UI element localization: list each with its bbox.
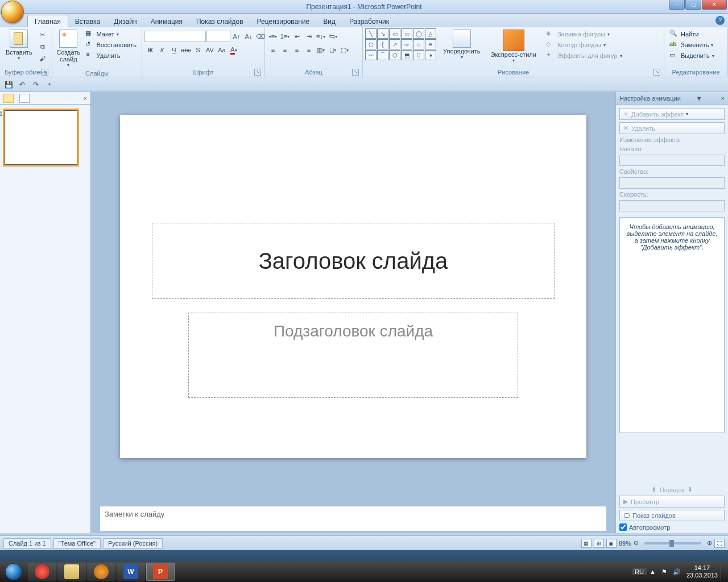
align-left-button[interactable]: ≡ xyxy=(267,44,279,56)
maximize-button[interactable]: ▢ xyxy=(685,0,701,10)
zoom-value[interactable]: 89% xyxy=(619,540,631,547)
smartart-button[interactable]: ⬚ xyxy=(339,44,350,56)
slide-thumbnail-1[interactable]: 1 xyxy=(5,110,77,165)
fit-window-button[interactable]: ⛶ xyxy=(714,539,725,548)
speed-combo[interactable] xyxy=(619,200,725,211)
office-button[interactable] xyxy=(1,1,25,23)
add-effect-button[interactable]: ✧Добавить эффект xyxy=(619,108,725,120)
tray-show-hidden[interactable]: ▲ xyxy=(647,568,659,575)
taskbar-opera[interactable] xyxy=(28,563,56,581)
font-size-combo[interactable] xyxy=(206,31,230,42)
normal-view-button[interactable]: ▦ xyxy=(581,539,592,548)
grow-font-button[interactable]: A↑ xyxy=(231,31,242,42)
taskbar-powerpoint[interactable]: P xyxy=(146,563,175,581)
tray-volume-icon[interactable]: 🔊 xyxy=(670,568,684,576)
layout-button[interactable]: ▦Макет xyxy=(84,29,138,39)
columns-button[interactable]: ▥ xyxy=(315,44,326,56)
qat-redo-button[interactable]: ↷ xyxy=(31,80,41,90)
shape-outline-button[interactable]: ◇Контур фигуры xyxy=(544,40,624,50)
numbering-button[interactable]: 1≡ xyxy=(279,31,291,42)
paste-button[interactable]: Вставить xyxy=(2,28,36,62)
font-family-combo[interactable] xyxy=(144,31,206,42)
char-spacing-button[interactable]: AV xyxy=(204,44,216,56)
tray-flag-icon[interactable]: ⚑ xyxy=(659,568,670,576)
shadow-button[interactable]: S xyxy=(192,44,204,56)
tray-clock[interactable]: 14:1723.03.2013 xyxy=(684,564,721,579)
close-button[interactable]: ✕ xyxy=(702,0,727,10)
format-painter-button[interactable]: 🖌 xyxy=(37,53,48,64)
clear-format-button[interactable]: ⌫ xyxy=(255,31,266,42)
align-right-button[interactable]: ≡ xyxy=(291,44,303,56)
preview-button[interactable]: ▶Просмотр xyxy=(619,496,725,508)
align-center-button[interactable]: ≡ xyxy=(279,44,291,56)
quick-styles-button[interactable]: Экспресс-стили xyxy=(487,28,539,64)
tab-insert[interactable]: Вставка xyxy=(68,15,107,27)
bold-button[interactable]: Ж xyxy=(144,44,156,56)
notes-pane[interactable]: Заметки к слайду xyxy=(100,506,606,531)
outline-tab[interactable] xyxy=(19,94,30,103)
title-placeholder[interactable]: Заголовок слайда xyxy=(152,223,555,299)
slides-tab[interactable] xyxy=(3,94,14,103)
zoom-slider[interactable] xyxy=(644,542,701,544)
property-combo[interactable] xyxy=(619,177,725,189)
italic-button[interactable]: К xyxy=(156,44,168,56)
tab-home[interactable]: Главная xyxy=(27,15,68,27)
qat-customize-button[interactable] xyxy=(44,80,55,90)
subtitle-placeholder[interactable]: Подзаголовок слайда xyxy=(188,313,518,398)
line-spacing-button[interactable]: ≡↕ xyxy=(315,31,326,42)
tab-view[interactable]: Вид xyxy=(316,15,342,27)
start-button[interactable] xyxy=(0,562,27,582)
autopreview-checkbox[interactable]: Автопросмотр xyxy=(619,523,725,531)
panel-close-button[interactable]: × xyxy=(84,95,87,102)
shape-fill-button[interactable]: ◈Заливка фигуры xyxy=(544,29,624,39)
minimize-button[interactable]: ─ xyxy=(669,0,685,10)
show-desktop-button[interactable] xyxy=(721,564,727,580)
font-dialog-launcher[interactable]: ↘ xyxy=(254,69,261,76)
text-direction-button[interactable]: ⭾ xyxy=(327,31,338,42)
help-button[interactable]: ? xyxy=(715,16,725,25)
paragraph-dialog-launcher[interactable]: ↘ xyxy=(352,69,359,76)
sorter-view-button[interactable]: ⊞ xyxy=(594,539,604,548)
taskbar-media[interactable] xyxy=(87,563,115,581)
justify-button[interactable]: ≡ xyxy=(303,44,315,56)
zoom-in-button[interactable]: ⊕ xyxy=(707,539,712,547)
shape-effects-button[interactable]: ✦Эффекты для фигур xyxy=(544,51,624,61)
arrange-button[interactable]: Упорядочить xyxy=(440,28,483,61)
copy-button[interactable]: ⧉ xyxy=(37,41,48,52)
new-slide-button[interactable]: Создать слайд xyxy=(55,28,82,69)
move-down-button[interactable]: ⬇ xyxy=(688,486,693,493)
change-case-button[interactable]: Aa xyxy=(216,44,228,56)
decrease-indent-button[interactable]: ⇤ xyxy=(291,31,303,42)
underline-button[interactable]: Ч xyxy=(168,44,180,56)
tab-review[interactable]: Рецензирование xyxy=(250,15,317,27)
zoom-out-button[interactable]: ⊖ xyxy=(634,539,639,547)
bullets-button[interactable]: •≡ xyxy=(267,31,279,42)
slide[interactable]: Заголовок слайда Подзаголовок слайда xyxy=(120,115,586,458)
tab-developer[interactable]: Разработчик xyxy=(342,15,396,27)
slideshow-button[interactable]: 🖵Показ слайдов xyxy=(619,510,725,521)
start-combo[interactable] xyxy=(619,155,725,166)
qat-save-button[interactable]: 💾 xyxy=(3,80,14,90)
qat-undo-button[interactable]: ↶ xyxy=(17,80,27,90)
tab-design[interactable]: Дизайн xyxy=(107,15,143,27)
replace-button[interactable]: abЗаменить xyxy=(668,40,716,50)
tray-language[interactable]: RU xyxy=(632,568,647,575)
strike-button[interactable]: abc xyxy=(180,44,192,56)
delete-slide-button[interactable]: ✕Удалить xyxy=(84,51,138,61)
find-button[interactable]: 🔍Найти xyxy=(668,29,716,39)
shrink-font-button[interactable]: A↓ xyxy=(243,31,254,42)
font-color-button[interactable]: A xyxy=(228,44,239,56)
taskbar-word[interactable]: W xyxy=(117,563,145,581)
increase-indent-button[interactable]: ⇥ xyxy=(303,31,315,42)
slideshow-view-button[interactable]: ▣ xyxy=(606,539,617,548)
remove-effect-button[interactable]: ✕Удалить xyxy=(619,122,725,134)
reset-button[interactable]: ↺Восстановить xyxy=(84,40,138,50)
pane-menu-button[interactable]: ▼ xyxy=(696,95,702,102)
shapes-gallery[interactable]: ╲↘▭▭◯△ ⬠{↗⇨☆≡ 〰⌒⬡⬒⬯▾ xyxy=(365,28,436,60)
pane-close-button[interactable]: × xyxy=(721,95,725,102)
select-button[interactable]: ▭Выделить xyxy=(668,51,716,61)
clipboard-dialog-launcher[interactable]: ↘ xyxy=(42,69,48,76)
drawing-dialog-launcher[interactable]: ↘ xyxy=(653,69,660,76)
status-language[interactable]: Русский (Россия) xyxy=(103,538,163,548)
tab-slideshow[interactable]: Показ слайдов xyxy=(189,15,250,27)
